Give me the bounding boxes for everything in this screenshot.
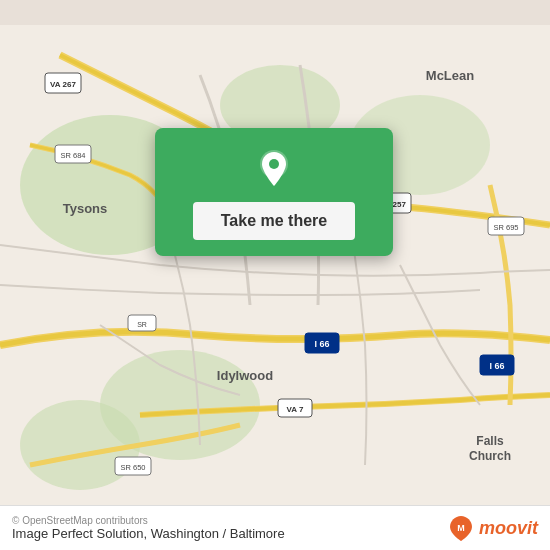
svg-text:Idylwood: Idylwood xyxy=(217,368,273,383)
svg-point-5 xyxy=(20,400,140,490)
svg-text:VA 267: VA 267 xyxy=(50,80,76,89)
copyright-text: © OpenStreetMap contributors xyxy=(12,515,285,526)
location-name: Image Perfect Solution, Washington / Bal… xyxy=(12,526,285,541)
svg-text:Tysons: Tysons xyxy=(63,201,108,216)
svg-text:Falls: Falls xyxy=(476,434,504,448)
map-container: VA 267 VA 257 SR 684 SR I 66 I 66 VA 7 S… xyxy=(0,0,550,550)
svg-point-30 xyxy=(269,159,279,169)
svg-text:I 66: I 66 xyxy=(489,361,504,371)
popup-card: Take me there xyxy=(155,128,393,256)
svg-text:SR 695: SR 695 xyxy=(493,223,518,232)
moovit-icon: M xyxy=(447,514,475,542)
svg-text:I 66: I 66 xyxy=(314,339,329,349)
svg-text:McLean: McLean xyxy=(426,68,474,83)
location-pin-icon xyxy=(252,146,296,190)
take-me-there-button[interactable]: Take me there xyxy=(193,202,355,240)
bottom-bar: © OpenStreetMap contributors Image Perfe… xyxy=(0,505,550,550)
moovit-logo: M moovit xyxy=(447,514,538,542)
map-background: VA 267 VA 257 SR 684 SR I 66 I 66 VA 7 S… xyxy=(0,0,550,550)
svg-text:SR 684: SR 684 xyxy=(60,151,85,160)
svg-text:VA 7: VA 7 xyxy=(287,405,304,414)
moovit-text: moovit xyxy=(479,518,538,539)
svg-text:SR: SR xyxy=(137,321,147,328)
bottom-info: © OpenStreetMap contributors Image Perfe… xyxy=(12,515,285,541)
svg-text:M: M xyxy=(457,523,465,533)
svg-text:SR 650: SR 650 xyxy=(120,463,145,472)
svg-text:Church: Church xyxy=(469,449,511,463)
